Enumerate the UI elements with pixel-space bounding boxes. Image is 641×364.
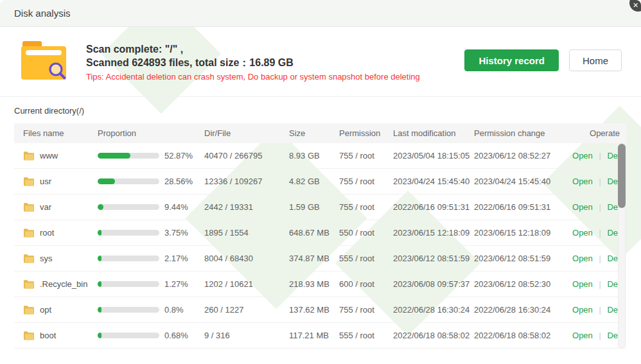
folder-icon bbox=[23, 254, 34, 263]
open-link[interactable]: Open bbox=[572, 228, 593, 238]
open-link[interactable]: Open bbox=[572, 254, 593, 263]
size-value: 648.67 MB bbox=[289, 228, 339, 238]
proportion-value: 0.8% bbox=[164, 305, 184, 315]
proportion-value: 2.17% bbox=[164, 254, 188, 263]
permission-change-value: 2022/06/18 08:58:02 bbox=[474, 331, 555, 340]
table-body: www 52.87% 40470 / 266795 8.93 GB 755 / … bbox=[14, 143, 626, 349]
column-header-last-modification: Last modification bbox=[393, 128, 474, 138]
operate-separator: | bbox=[599, 151, 601, 160]
disk-analysis-window: Disk analysis ✕ Scan complete: "/" , Sca… bbox=[0, 0, 641, 364]
scan-info: Scan complete: "/" , Scanned 624893 file… bbox=[86, 42, 464, 82]
proportion-bar-fill bbox=[98, 256, 101, 261]
table-row: www 52.87% 40470 / 266795 8.93 GB 755 / … bbox=[14, 143, 626, 169]
permission-change-value: 2023/06/12 08:52:27 bbox=[474, 151, 555, 160]
file-name[interactable]: usr bbox=[40, 177, 51, 186]
scan-complete-text: Scan complete: "/" , bbox=[86, 42, 464, 56]
folder-icon bbox=[23, 228, 34, 238]
size-value: 117.21 MB bbox=[289, 331, 339, 340]
proportion-bar-fill bbox=[98, 230, 101, 236]
dir-file-value: 260 / 1227 bbox=[204, 305, 289, 315]
proportion-bar-fill bbox=[98, 153, 130, 159]
last-modification-value: 2022/06/16 09:51:31 bbox=[393, 202, 474, 212]
proportion-bar bbox=[98, 333, 159, 338]
dir-file-value: 1895 / 1554 bbox=[204, 228, 289, 238]
proportion-value: 1.27% bbox=[164, 279, 188, 289]
permission-value: 550 / root bbox=[339, 228, 393, 238]
file-name[interactable]: sys bbox=[40, 254, 53, 263]
operate-separator: | bbox=[599, 305, 601, 315]
table-row: .Recycle_bin 1.27% 1202 / 10621 218.93 M… bbox=[14, 272, 626, 297]
table-row: var 9.44% 2442 / 19331 1.59 GB 755 / roo… bbox=[14, 195, 626, 220]
file-name-cell: .Recycle_bin bbox=[23, 279, 98, 289]
file-name-cell: root bbox=[23, 228, 98, 238]
proportion-cell: 0.8% bbox=[98, 305, 204, 315]
proportion-bar-fill bbox=[98, 281, 101, 287]
dir-file-value: 8004 / 68430 bbox=[204, 254, 289, 263]
proportion-bar-fill bbox=[98, 178, 115, 184]
folder-icon bbox=[23, 331, 34, 340]
operate-separator: | bbox=[599, 331, 601, 340]
proportion-bar bbox=[98, 230, 159, 236]
open-link[interactable]: Open bbox=[572, 279, 593, 289]
file-name-cell: opt bbox=[23, 305, 98, 315]
permission-value: 555 / root bbox=[339, 331, 393, 340]
size-value: 4.82 GB bbox=[289, 177, 339, 186]
proportion-cell: 3.75% bbox=[98, 228, 204, 238]
proportion-cell: 0.68% bbox=[98, 331, 204, 340]
scan-summary-text: Scanned 624893 files, total size：16.89 G… bbox=[86, 56, 464, 69]
table-row: boot 0.68% 9 / 316 117.21 MB 555 / root … bbox=[14, 323, 626, 349]
operate-separator: | bbox=[599, 177, 601, 186]
operate-cell: Open | Del bbox=[555, 305, 620, 315]
size-value: 218.93 MB bbox=[289, 279, 339, 289]
titlebar: Disk analysis bbox=[0, 0, 641, 27]
open-link[interactable]: Open bbox=[572, 202, 593, 212]
dir-file-value: 9 / 316 bbox=[204, 331, 289, 340]
header-actions: History record Home bbox=[464, 49, 622, 71]
column-header-permission-change: Permission change bbox=[474, 128, 555, 138]
last-modification-value: 2023/05/04 18:15:05 bbox=[393, 151, 474, 160]
permission-value: 600 / root bbox=[339, 279, 393, 289]
table-row: usr 28.56% 12336 / 109267 4.82 GB 755 / … bbox=[14, 169, 626, 195]
file-name-cell: var bbox=[23, 202, 98, 212]
file-name[interactable]: www bbox=[40, 151, 58, 160]
proportion-bar-fill bbox=[98, 307, 101, 313]
operate-separator: | bbox=[599, 279, 601, 289]
permission-value: 555 / root bbox=[339, 254, 393, 263]
header-divider bbox=[0, 96, 641, 97]
operate-separator: | bbox=[599, 202, 601, 212]
scrollbar-thumb[interactable] bbox=[618, 144, 626, 208]
operate-cell: Open | Del bbox=[555, 228, 620, 238]
file-name[interactable]: boot bbox=[40, 331, 56, 340]
open-link[interactable]: Open bbox=[572, 151, 593, 160]
last-modification-value: 2022/06/28 16:30:24 bbox=[393, 305, 474, 315]
proportion-value: 9.44% bbox=[164, 202, 188, 212]
folder-icon bbox=[23, 177, 34, 186]
proportion-bar-fill bbox=[98, 204, 103, 210]
table-row: opt 0.8% 260 / 1227 137.62 MB 755 / root… bbox=[14, 297, 626, 323]
file-name[interactable]: root bbox=[40, 228, 54, 238]
operate-cell: Open | Del bbox=[555, 151, 620, 160]
dir-file-value: 1202 / 10621 bbox=[204, 279, 289, 289]
table-header: Files name Proportion Dir/File Size Perm… bbox=[14, 123, 626, 143]
proportion-bar bbox=[98, 281, 159, 287]
operate-separator: | bbox=[599, 254, 601, 263]
files-table: Files name Proportion Dir/File Size Perm… bbox=[14, 123, 626, 349]
table-scrollbar[interactable] bbox=[618, 143, 626, 349]
size-value: 137.62 MB bbox=[289, 305, 339, 315]
folder-icon bbox=[23, 151, 34, 160]
file-name-cell: sys bbox=[23, 254, 98, 263]
column-header-files-name: Files name bbox=[23, 128, 98, 138]
proportion-cell: 9.44% bbox=[98, 202, 204, 212]
file-name[interactable]: opt bbox=[40, 305, 51, 315]
permission-change-value: 2023/04/24 15:45:40 bbox=[474, 177, 555, 186]
file-name[interactable]: var bbox=[40, 202, 51, 212]
open-link[interactable]: Open bbox=[572, 177, 593, 186]
open-link[interactable]: Open bbox=[572, 331, 593, 340]
current-directory-label: Current directory(/) bbox=[14, 106, 641, 116]
open-link[interactable]: Open bbox=[572, 305, 593, 315]
home-button[interactable]: Home bbox=[569, 49, 622, 71]
file-name[interactable]: .Recycle_bin bbox=[40, 279, 87, 289]
close-icon: ✕ bbox=[633, 1, 638, 10]
last-modification-value: 2023/06/12 08:51:59 bbox=[393, 254, 474, 263]
history-record-button[interactable]: History record bbox=[464, 49, 559, 71]
